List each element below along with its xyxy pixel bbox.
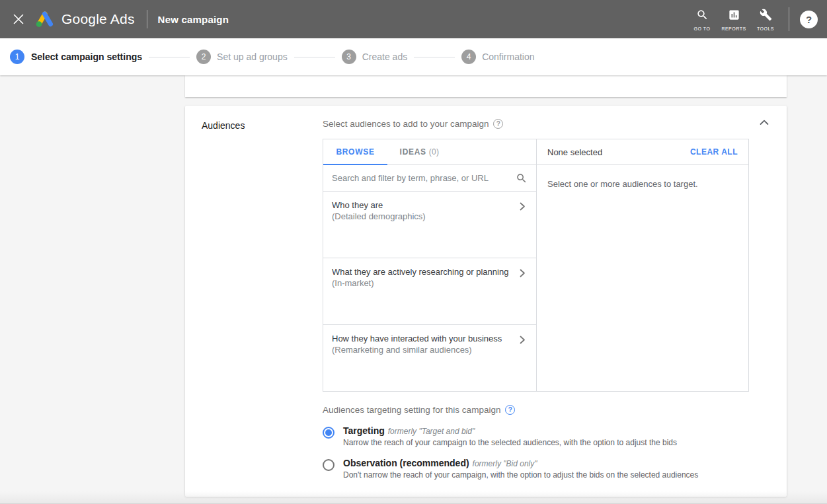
step-1-label: Select campaign settings — [31, 52, 142, 62]
targeting-option-content: Targetingformerly "Target and bid" Narro… — [343, 425, 677, 447]
tools-button[interactable]: TOOLS — [750, 7, 781, 31]
step-3-label: Create ads — [362, 52, 407, 62]
topbar-actions: GO TO REPORTS TOOLS ? — [686, 7, 827, 31]
tab-ideas-count: (0) — [429, 147, 440, 157]
selected-audiences-panel: None selected CLEAR ALL Select one or mo… — [537, 139, 749, 392]
option-formerly: formerly "Target and bid" — [388, 427, 475, 436]
audiences-section-label: Audiences — [202, 119, 323, 480]
option-name: Observation (recommended) — [343, 458, 469, 468]
browse-item-subtitle: (In-market) — [332, 278, 514, 288]
brand-name: Google Ads — [61, 11, 135, 27]
google-ads-logo-icon — [36, 11, 54, 28]
chevron-right-icon — [520, 269, 526, 277]
previous-settings-card-bottom — [185, 75, 787, 97]
step-connector — [294, 57, 335, 57]
audiences-card: Audiences Select audiences to add to you… — [185, 106, 787, 497]
reports-button[interactable]: REPORTS — [719, 7, 749, 31]
radio-unselected-icon[interactable] — [323, 459, 335, 471]
content-area: Audiences Select audiences to add to you… — [0, 75, 827, 497]
tab-browse-label: BROWSE — [336, 147, 374, 157]
observation-option-description: Don't narrow the reach of your campaign,… — [343, 470, 698, 480]
selected-panel-header: None selected CLEAR ALL — [537, 139, 748, 165]
selection-status: None selected — [547, 147, 602, 157]
browse-item-subtitle: (Detailed demographics) — [332, 211, 514, 221]
browse-item-remarketing[interactable]: How they have interacted with your busin… — [323, 325, 536, 391]
step-2-circle: 2 — [196, 50, 211, 64]
reports-label: REPORTS — [721, 26, 746, 31]
targeting-setting-row: Audiences targeting setting for this cam… — [323, 405, 749, 415]
step-4-label: Confirmation — [482, 52, 534, 62]
browse-item-subtitle: (Remarketing and similar audiences) — [332, 345, 514, 355]
targeting-option-description: Narrow the reach of your campaign to the… — [343, 438, 677, 447]
step-create-ads[interactable]: 3 Create ads — [342, 50, 407, 64]
top-app-bar: Google Ads New campaign GO TO REPORTS TO… — [0, 0, 827, 38]
audience-search-row — [323, 165, 536, 192]
tab-browse[interactable]: BROWSE — [323, 139, 387, 164]
go-to-button[interactable]: GO TO — [687, 7, 717, 31]
browse-item-who-they-are[interactable]: Who they are (Detailed demographics) — [323, 192, 536, 258]
tab-ideas-label: IDEAS — [400, 147, 426, 157]
browse-item-in-market[interactable]: What they are actively researching or pl… — [323, 258, 536, 325]
option-formerly: formerly "Bid only" — [473, 459, 537, 468]
targeting-option[interactable]: Targetingformerly "Target and bid" Narro… — [323, 425, 749, 447]
observation-option-title: Observation (recommended)formerly "Bid o… — [343, 458, 698, 468]
search-icon — [516, 172, 528, 184]
targeting-setting-help-icon[interactable]: ? — [505, 405, 515, 415]
step-1-circle: 1 — [10, 50, 24, 64]
radio-selected-icon[interactable] — [323, 427, 335, 439]
title-divider — [147, 10, 147, 28]
reports-icon — [728, 9, 740, 24]
collapse-section-icon[interactable] — [760, 120, 769, 126]
selected-panel-empty-text: Select one or more audiences to target. — [537, 165, 748, 203]
step-set-up-ad-groups[interactable]: 2 Set up ad groups — [196, 50, 288, 64]
browse-item-title: What they are actively researching or pl… — [332, 267, 514, 277]
audiences-help-icon[interactable]: ? — [493, 119, 503, 129]
observation-option[interactable]: Observation (recommended)formerly "Bid o… — [323, 458, 749, 480]
audience-picker: BROWSE IDEAS (0) Who they are (Detail — [323, 139, 749, 392]
audiences-header-text: Select audiences to add to your campaign — [323, 119, 489, 129]
audience-search-input[interactable] — [332, 173, 516, 183]
browse-tabs: BROWSE IDEAS (0) — [323, 139, 536, 165]
tools-icon — [760, 9, 772, 24]
topbar-divider — [789, 7, 789, 31]
page-title: New campaign — [158, 14, 229, 25]
chevron-right-icon — [520, 336, 526, 344]
audiences-section-body: Select audiences to add to your campaign… — [323, 119, 787, 480]
step-2-label: Set up ad groups — [217, 52, 288, 62]
observation-option-content: Observation (recommended)formerly "Bid o… — [343, 458, 698, 480]
go-to-label: GO TO — [694, 26, 711, 31]
google-ads-brand: Google Ads — [36, 11, 135, 28]
help-button[interactable]: ? — [800, 11, 818, 28]
clear-all-button[interactable]: CLEAR ALL — [690, 147, 738, 157]
browse-item-title: How they have interacted with your busin… — [332, 334, 514, 344]
campaign-stepper: 1 Select campaign settings 2 Set up ad g… — [0, 38, 827, 75]
search-icon — [696, 9, 709, 24]
chevron-right-icon — [520, 202, 526, 211]
step-connector — [414, 57, 455, 57]
step-select-campaign-settings[interactable]: 1 Select campaign settings — [10, 50, 142, 64]
tools-label: TOOLS — [757, 26, 774, 31]
page-bottom-fade — [0, 491, 827, 504]
step-connector — [149, 57, 190, 57]
browse-panel: BROWSE IDEAS (0) Who they are (Detail — [323, 139, 537, 392]
browse-item-title: Who they are — [332, 200, 514, 211]
audiences-header-row: Select audiences to add to your campaign… — [323, 119, 749, 129]
close-icon[interactable] — [4, 5, 33, 34]
tab-ideas[interactable]: IDEAS (0) — [387, 139, 452, 164]
targeting-option-title: Targetingformerly "Target and bid" — [343, 425, 677, 436]
step-3-circle: 3 — [342, 50, 356, 64]
step-4-circle: 4 — [461, 50, 476, 64]
step-confirmation[interactable]: 4 Confirmation — [461, 50, 534, 64]
targeting-setting-label: Audiences targeting setting for this cam… — [323, 405, 500, 415]
option-name: Targeting — [343, 425, 385, 436]
